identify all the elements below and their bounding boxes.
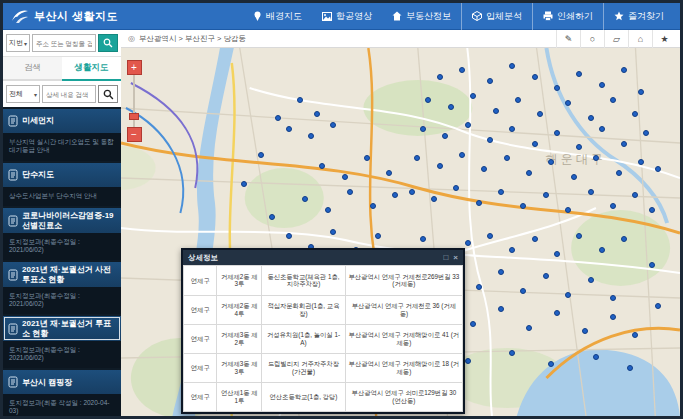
map-marker[interactable] bbox=[481, 166, 487, 172]
map-marker[interactable] bbox=[632, 192, 638, 198]
map-marker[interactable] bbox=[241, 181, 247, 187]
map-marker[interactable] bbox=[554, 85, 560, 91]
map-marker[interactable] bbox=[493, 108, 499, 114]
map-marker[interactable] bbox=[520, 288, 526, 294]
map-marker[interactable] bbox=[565, 100, 571, 106]
map-marker[interactable] bbox=[504, 155, 510, 161]
map-marker[interactable] bbox=[565, 292, 571, 298]
map-marker[interactable] bbox=[632, 332, 638, 338]
map-marker[interactable] bbox=[655, 166, 661, 172]
map-marker[interactable] bbox=[599, 126, 605, 132]
draw-tool-icon[interactable]: ✎ bbox=[556, 30, 580, 48]
zoom-slider-handle[interactable] bbox=[129, 113, 139, 120]
area-tool-icon[interactable]: ▱ bbox=[604, 30, 628, 48]
layer-item-fine-dust[interactable]: 미세먼지 부산지역 실시간 대기오염도 및 통합대기등급 안내 bbox=[3, 109, 121, 161]
table-row[interactable]: 연제구 거제제2동 제3투 동신초등학교(체육관 1층, 지하주차장) 부산광역… bbox=[184, 266, 463, 295]
map-marker[interactable] bbox=[258, 152, 264, 158]
map-marker[interactable] bbox=[330, 122, 336, 128]
popup-expand-icon[interactable]: □ bbox=[443, 254, 448, 262]
map-marker[interactable] bbox=[565, 207, 571, 213]
detail-search-button[interactable] bbox=[98, 85, 118, 103]
map-marker[interactable] bbox=[621, 67, 627, 73]
map-marker[interactable] bbox=[610, 203, 616, 209]
map-marker[interactable] bbox=[269, 214, 275, 220]
map-marker[interactable] bbox=[286, 126, 292, 132]
map-marker[interactable] bbox=[286, 233, 292, 239]
map-marker[interactable] bbox=[588, 277, 594, 283]
map-marker[interactable] bbox=[576, 71, 582, 77]
map-marker[interactable] bbox=[593, 155, 599, 161]
map-marker[interactable] bbox=[342, 174, 348, 180]
map-marker[interactable] bbox=[386, 170, 392, 176]
map-marker[interactable] bbox=[520, 203, 526, 209]
map-marker[interactable] bbox=[498, 306, 504, 312]
map-marker[interactable] bbox=[554, 130, 560, 136]
map-marker[interactable] bbox=[448, 104, 454, 110]
map-marker[interactable] bbox=[515, 97, 521, 103]
table-row[interactable]: 연제구 거제제3동 제2투 거성유치원(1층, 놀이실 1-A) 부산광역시 연… bbox=[184, 324, 463, 353]
map-canvas[interactable]: 해운대구 + − 상세정보 □ × bbox=[121, 48, 680, 416]
nav-aerial[interactable]: 항공영상 bbox=[312, 3, 382, 30]
map-marker[interactable] bbox=[297, 97, 303, 103]
map-marker[interactable] bbox=[599, 247, 605, 253]
detail-search-input[interactable] bbox=[42, 85, 96, 103]
map-marker[interactable] bbox=[453, 185, 459, 191]
map-marker[interactable] bbox=[643, 130, 649, 136]
map-marker[interactable] bbox=[498, 269, 504, 275]
map-marker[interactable] bbox=[459, 67, 465, 73]
map-marker[interactable] bbox=[302, 196, 308, 202]
map-marker[interactable] bbox=[543, 273, 549, 279]
map-marker[interactable] bbox=[487, 78, 493, 84]
map-marker[interactable] bbox=[330, 229, 336, 235]
map-marker[interactable] bbox=[532, 141, 538, 147]
map-marker[interactable] bbox=[632, 111, 638, 117]
map-marker[interactable] bbox=[649, 207, 655, 213]
map-marker[interactable] bbox=[610, 97, 616, 103]
map-marker[interactable] bbox=[509, 247, 515, 253]
map-marker[interactable] bbox=[548, 159, 554, 165]
map-marker[interactable] bbox=[431, 196, 437, 202]
map-marker[interactable] bbox=[437, 74, 443, 80]
map-marker[interactable] bbox=[459, 152, 465, 158]
map-marker[interactable] bbox=[470, 321, 476, 327]
map-marker[interactable] bbox=[621, 141, 627, 147]
nav-favorites[interactable]: 즐겨찾기 bbox=[603, 3, 674, 30]
tab-search[interactable]: 검색 bbox=[3, 57, 62, 81]
map-marker[interactable] bbox=[532, 74, 538, 80]
map-marker[interactable] bbox=[576, 144, 582, 150]
layer-item-water-cutoff[interactable]: 단수지도 상수도사업본부 단수지역 안내 bbox=[3, 163, 121, 207]
map-marker[interactable] bbox=[425, 97, 431, 103]
map-marker[interactable] bbox=[548, 361, 554, 367]
map-marker[interactable] bbox=[537, 111, 543, 117]
address-search-input[interactable] bbox=[32, 34, 96, 52]
map-marker[interactable] bbox=[275, 115, 281, 121]
map-marker[interactable] bbox=[470, 93, 476, 99]
map-marker[interactable] bbox=[649, 262, 655, 268]
map-marker[interactable] bbox=[370, 203, 376, 209]
nav-basemap[interactable]: 배경지도 bbox=[243, 3, 312, 30]
map-marker[interactable] bbox=[509, 126, 515, 132]
filter-category-select[interactable]: 전체 ▾ bbox=[6, 85, 40, 103]
address-search-button[interactable] bbox=[98, 34, 118, 52]
layer-item-early-voting[interactable]: 2021년 재·보궐선거 사전투표소 현황 토지정보과(최종수정일 : 2021… bbox=[3, 262, 121, 314]
map-marker[interactable] bbox=[437, 163, 443, 169]
zoom-in-button[interactable]: + bbox=[127, 60, 142, 75]
map-marker[interactable] bbox=[487, 137, 493, 143]
map-marker[interactable] bbox=[576, 233, 582, 239]
popup-close-icon[interactable]: × bbox=[453, 254, 458, 262]
zoom-slider-track[interactable] bbox=[133, 75, 135, 127]
map-marker[interactable] bbox=[347, 189, 353, 195]
map-marker[interactable] bbox=[509, 350, 515, 356]
map-marker[interactable] bbox=[554, 310, 560, 316]
map-marker[interactable] bbox=[638, 89, 644, 95]
map-marker[interactable] bbox=[308, 133, 314, 139]
map-marker[interactable] bbox=[465, 240, 471, 246]
map-marker[interactable] bbox=[627, 365, 633, 371]
map-marker[interactable] bbox=[487, 233, 493, 239]
map-marker[interactable] bbox=[582, 328, 588, 334]
layer-item-camping[interactable]: 부산시 캠핑장 토지정보과(최종 작성일 : 2020-04-03) bbox=[3, 370, 121, 416]
map-marker[interactable] bbox=[476, 200, 482, 206]
zoom-out-button[interactable]: − bbox=[127, 127, 142, 142]
map-marker[interactable] bbox=[532, 236, 538, 242]
nav-realestate[interactable]: 부동산정보 bbox=[382, 3, 461, 30]
